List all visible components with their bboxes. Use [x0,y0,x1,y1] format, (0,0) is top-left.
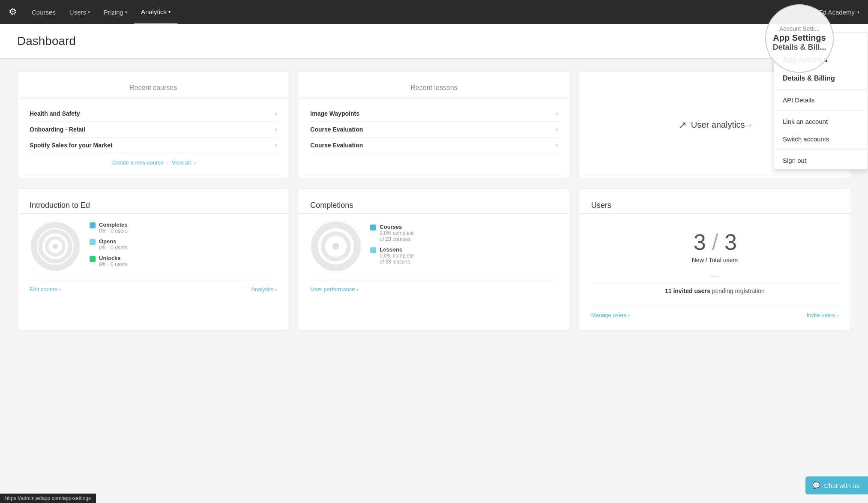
intro-analytics-link[interactable]: Analytics › [251,286,277,293]
completions-courses-label: Courses [380,224,413,230]
intro-bottom-links: Edit course › Analytics › [30,280,277,293]
recent-courses-title: Recent courses [30,84,277,92]
legend-completes: Completes 0% · 0 users [90,222,128,234]
intro-legend: Completes 0% · 0 users Opens 0% · 0 user… [90,222,128,272]
nav-courses[interactable]: Courses [25,0,63,24]
intro-to-ed-card: Introduction to Ed Completes [17,189,289,331]
course-link-3-label: Spotify Sales for your Market [30,142,113,149]
completes-label: Completes [99,222,128,228]
analytics-dropdown-icon: ▾ [168,9,171,14]
dropdown-api-details[interactable]: API Details [774,91,868,109]
completions-title: Completions [310,201,557,210]
users-title: Users [591,201,838,210]
users-total-count: 3 [724,230,736,254]
recent-courses-card: Recent courses Health and Safety › Onboa… [17,72,289,178]
navbar: ⚙ Courses Users ▾ Prizing ▾ Analytics ▾ … [0,0,868,24]
recent-courses-footer: Create a new course · View all › [30,159,277,166]
course-link-3[interactable]: Spotify Sales for your Market › [30,138,277,153]
page-header: Dashboard Welcome to [0,24,868,59]
unlocks-dot [90,256,96,262]
lesson-link-2-chevron: › [556,126,558,132]
completions-lessons-label: Lessons [380,246,413,253]
users-dropdown-icon: ▾ [88,10,90,15]
completions-courses-dot [370,225,376,231]
users-bottom-links: Manage users › Invite users › [591,305,838,318]
analytics-chart-icon: ↗ [678,119,687,131]
invited-suffix: pending registration [712,287,765,294]
lesson-link-3[interactable]: Course Evaluation › [310,138,557,153]
dropdown-divider-3 [774,150,868,150]
completions-lessons-dot [370,247,376,253]
nav-analytics[interactable]: Analytics ▾ [134,0,177,24]
top-card-grid: Recent courses Health and Safety › Onboa… [17,72,851,178]
users-divider [579,213,850,214]
account-menu-trigger[interactable]: Ed Academy ▾ Account Setti... App Settin… [819,9,859,16]
dropdown-switch-accounts[interactable]: Switch accounts [774,130,868,148]
create-course-link[interactable]: Create a new course [112,159,164,166]
completions-divider [298,213,569,214]
course-link-3-chevron: › [275,142,277,148]
completions-donut-chart [310,221,362,272]
unlocks-sub: 0% · 0 users [99,261,128,267]
completes-sub: 0% · 0 users [99,228,128,234]
lesson-link-2[interactable]: Course Evaluation › [310,122,557,138]
completions-bottom-links: User performance › [310,280,557,293]
user-performance-link[interactable]: User performance › [310,286,358,293]
legend-unlocks: Unlocks 0% · 0 users [90,255,128,267]
completions-legend: Courses 0.0% complete of 23 courses Less… [370,224,413,269]
user-analytics-link[interactable]: ↗ User analytics › [678,119,751,131]
course-link-1-label: Health and Safety [30,110,80,117]
opens-label: Opens [99,238,128,245]
recent-lessons-divider [298,99,569,99]
users-stat: 3 / 3 New / Total users [591,221,838,268]
intro-to-ed-title: Introduction to Ed [30,201,277,210]
intro-donut-chart [30,221,81,272]
opens-dot [90,239,96,245]
completions-courses-sub2: of 23 courses [380,236,413,242]
completions-lessons-sub2: of 68 lessons [380,259,413,265]
account-dropdown-icon: ▾ [857,10,859,15]
view-all-link[interactable]: View all [172,159,191,166]
prizing-dropdown-icon: ▾ [125,10,127,15]
course-link-2-chevron: › [275,126,277,132]
edit-course-link[interactable]: Edit course › [30,286,61,293]
course-link-2[interactable]: Onboarding - Retail › [30,122,277,138]
unlocks-label: Unlocks [99,255,128,261]
gear-icon[interactable]: ⚙ [9,6,17,18]
users-label: New / Total users [591,257,838,263]
nav-prizing[interactable]: Prizing ▾ [97,0,134,24]
users-separator: — [591,271,838,280]
dropdown-divider-2 [774,111,868,111]
page-title: Dashboard [17,34,76,48]
completes-dot [90,222,96,228]
dropdown-sign-out[interactable]: Sign out [774,152,868,169]
users-invited: 11 invited users pending registration [591,284,838,298]
users-fraction: 3 / 3 [591,229,838,255]
lesson-link-2-label: Course Evaluation [310,126,363,133]
invite-users-link[interactable]: Invite users › [807,312,838,318]
completions-donut-section: Courses 0.0% complete of 23 courses Less… [310,221,557,272]
legend-opens: Opens 0% · 0 users [90,238,128,251]
completions-card: Completions Courses 0.0% complete [298,189,570,331]
invited-count: 11 [665,287,672,294]
svg-point-3 [53,244,58,249]
completions-courses-sub1: 0.0% complete [380,230,413,236]
course-link-1[interactable]: Health and Safety › [30,106,277,122]
invited-label: invited users [673,287,710,294]
users-card: Users 3 / 3 New / Total users — 11 invit… [579,189,851,331]
recent-courses-divider [18,99,289,99]
course-link-1-chevron: › [275,111,277,117]
dropdown-details-billing[interactable]: Details & Billing [774,69,868,87]
main-content: Recent courses Health and Safety › Onboa… [0,59,868,354]
dropdown-link-account[interactable]: Link an account [774,113,868,130]
completions-courses-legend: Courses 0.0% complete of 23 courses [370,224,413,242]
svg-point-6 [332,243,339,250]
lesson-link-1-label: Image Waypoints [310,110,359,117]
nav-users[interactable]: Users ▾ [63,0,97,24]
manage-users-link[interactable]: Manage users › [591,312,630,318]
completions-lessons-legend: Lessons 0.0% complete of 68 lessons [370,246,413,265]
course-link-2-label: Onboarding - Retail [30,126,85,133]
lesson-link-1[interactable]: Image Waypoints › [310,106,557,122]
users-new-count: 3 [694,230,705,254]
recent-lessons-card: Recent lessons Image Waypoints › Course … [298,72,570,178]
